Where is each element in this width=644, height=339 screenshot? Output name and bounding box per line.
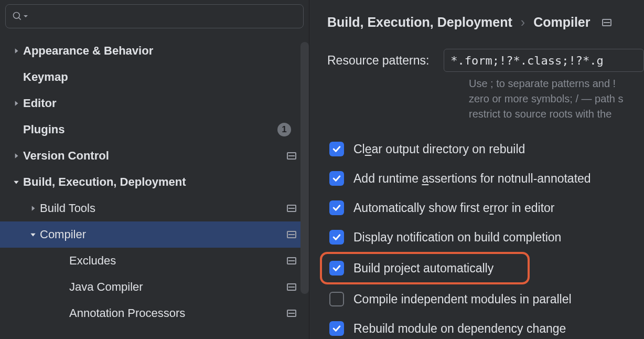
sidebar-item-label: Editor [23,97,296,110]
project-scope-icon [287,205,296,212]
compiler-options: Clear output directory on rebuildAdd run… [327,134,644,339]
sidebar-item-label: Compiler [40,228,283,241]
sidebar-item-label: Version Control [23,149,283,163]
svg-point-0 [14,13,20,19]
breadcrumb-parent[interactable]: Build, Execution, Deployment [327,15,512,30]
chevron-down-icon [12,178,21,186]
sidebar-item-build-tools[interactable]: Build Tools [0,195,309,221]
search-box[interactable] [5,4,304,28]
sidebar-item-label: Annotation Processors [69,306,283,320]
project-scope-icon [287,152,296,160]
option-label: Add runtime assertions for notnull-annot… [353,172,591,186]
resource-patterns-input[interactable] [444,49,644,72]
resource-patterns-row: Resource patterns: [327,49,644,72]
update-count-badge: 1 [277,123,291,136]
settings-tree: Appearance & BehaviorKeymapEditorPlugins… [0,36,309,339]
chevron-down-icon [23,13,29,19]
sidebar-item-label: Appearance & Behavior [23,44,296,58]
checkbox[interactable] [329,200,344,215]
checkbox[interactable] [329,321,344,336]
sidebar-item-label: Plugins [23,123,277,136]
sidebar-item-label: Build, Execution, Deployment [23,175,296,189]
checkbox[interactable] [329,171,344,186]
project-scope-icon [287,283,296,291]
project-scope-icon [287,231,296,238]
search-input[interactable] [32,10,297,23]
svg-line-1 [19,18,21,20]
option-label: Compile independent modules in parallel [353,292,572,306]
option-display-notification-on-build-[interactable]: Display notification on build completion [327,223,644,252]
breadcrumb-current: Compiler [533,15,590,30]
chevron-right-icon [12,100,21,107]
option-automatically-show-first-e[interactable]: Automatically show first error in editor [327,193,644,223]
sidebar-item-version-control[interactable]: Version Control [0,143,309,169]
sidebar-item-label: Java Compiler [69,280,283,294]
sidebar-item-plugins[interactable]: Plugins1 [0,116,309,143]
settings-sidebar: Appearance & BehaviorKeymapEditorPlugins… [0,0,309,339]
sidebar-item-compiler[interactable]: Compiler [0,221,309,248]
sidebar-item-label: Keymap [23,70,296,84]
option-label: Build project automatically [353,261,493,276]
option-label: Automatically show first error in editor [353,201,554,215]
sidebar-item-java-compiler[interactable]: Java Compiler [0,274,309,300]
settings-panel: Build, Execution, Deployment › Compiler … [309,0,644,339]
sidebar-item-excludes[interactable]: Excludes [0,248,309,274]
sidebar-item-label: Build Tools [40,202,283,215]
sidebar-item-build-execution-deployment[interactable]: Build, Execution, Deployment [0,169,309,195]
resource-patterns-label: Resource patterns: [327,54,429,68]
breadcrumb: Build, Execution, Deployment › Compiler [327,15,644,30]
checkbox[interactable] [329,261,344,276]
checkbox[interactable] [329,292,344,306]
chevron-right-icon [28,205,38,212]
option-label: Display notification on build completion [353,230,561,245]
sidebar-item-annotation-processors[interactable]: Annotation Processors [0,300,309,326]
resource-patterns-hint: Use ; to separate patterns and ! zero or… [469,76,644,122]
option-add-runtime-[interactable]: Add runtime assertions for notnull-annot… [327,164,644,193]
chevron-right-icon [12,47,21,55]
option-label: Clear output directory on rebuild [353,142,525,156]
project-scope-icon [287,257,296,264]
sidebar-item-label: Excludes [69,254,283,268]
chevron-right-icon [12,152,21,160]
option-build-project-automatically[interactable]: Build project automatically [320,252,530,284]
search-icon [12,11,23,22]
project-scope-icon [287,310,296,317]
option-compile-independent-modules-in[interactable]: Compile independent modules in parallel [327,284,644,314]
chevron-down-icon [28,231,38,238]
option-label: Rebuild module on dependency change [353,322,566,336]
checkbox[interactable] [329,142,344,156]
option-cl[interactable]: Clear output directory on rebuild [327,134,644,164]
project-scope-icon [602,19,611,26]
scrollbar[interactable] [300,42,309,294]
chevron-right-icon: › [521,15,525,30]
checkbox[interactable] [329,230,344,245]
option-rebuild-module-on-dependency-c[interactable]: Rebuild module on dependency change [327,314,644,339]
sidebar-item-editor[interactable]: Editor [0,90,309,116]
sidebar-item-keymap[interactable]: Keymap [0,64,309,90]
sidebar-item-appearance-behavior[interactable]: Appearance & Behavior [0,38,309,64]
